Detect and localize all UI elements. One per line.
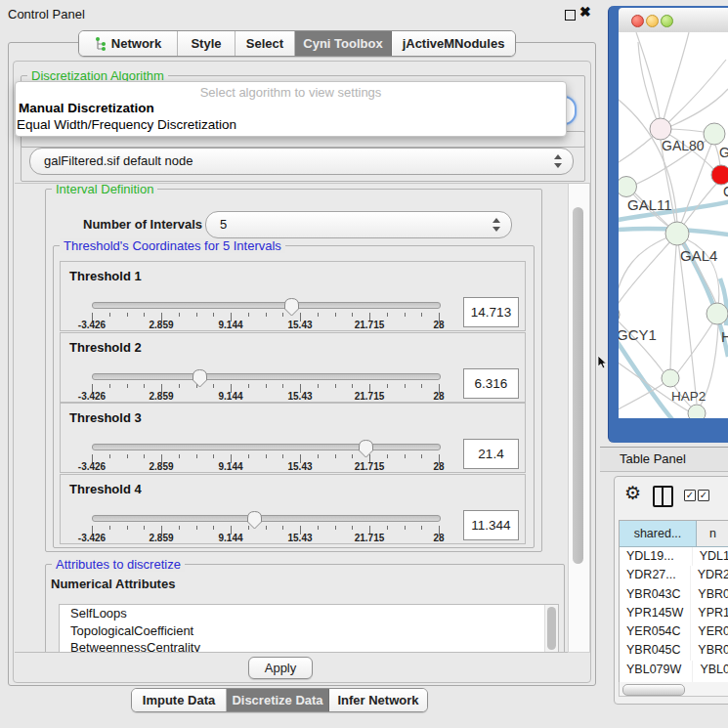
float-window-icon[interactable] bbox=[565, 10, 576, 21]
list-item[interactable]: SelfLoops bbox=[60, 605, 558, 622]
network-edge[interactable] bbox=[669, 89, 728, 127]
apply-button[interactable]: Apply bbox=[248, 657, 313, 679]
table-data-combobox[interactable]: galFiltered.sif default node bbox=[29, 148, 574, 175]
tab-network[interactable]: Network bbox=[79, 31, 178, 56]
slider-track[interactable] bbox=[92, 302, 441, 309]
table-cell-name[interactable]: YDR2 bbox=[691, 566, 728, 584]
checkbox-icon[interactable]: ✓ bbox=[698, 490, 709, 501]
slider-tick-mark bbox=[266, 313, 267, 317]
minimize-traffic-light[interactable] bbox=[646, 15, 659, 27]
slider-tick-mark bbox=[127, 384, 128, 388]
slider-track[interactable] bbox=[92, 515, 441, 522]
network-node[interactable] bbox=[619, 177, 637, 197]
threshold-value-field[interactable]: 6.316 bbox=[463, 368, 519, 399]
tab-select[interactable]: Select bbox=[236, 31, 295, 56]
network-edge[interactable] bbox=[638, 42, 661, 129]
network-edge[interactable] bbox=[677, 316, 717, 373]
gear-icon[interactable]: ⚙ bbox=[624, 484, 641, 502]
tab-infer-network[interactable]: Infer Network bbox=[329, 689, 427, 711]
slider-tick-label: -3.426 bbox=[78, 391, 106, 402]
table-row[interactable]: YDL19...YDL1 bbox=[620, 547, 728, 566]
tab-style[interactable]: Style bbox=[178, 31, 236, 56]
table-cell-shared-name[interactable]: YBR043C bbox=[620, 585, 691, 604]
network-edge[interactable] bbox=[636, 32, 660, 118]
network-node[interactable] bbox=[665, 222, 689, 245]
table-cell-shared-name[interactable]: YBL079W bbox=[620, 661, 693, 679]
table-cell-name[interactable]: YBL0 bbox=[693, 661, 728, 679]
slider-handle[interactable] bbox=[283, 297, 300, 317]
table-cell-shared-name[interactable]: YER054C bbox=[620, 622, 691, 641]
network-edge[interactable] bbox=[619, 316, 664, 372]
table-cell-shared-name[interactable]: YDR27... bbox=[620, 566, 691, 584]
dropdown-option-equal-width-frequency[interactable]: Equal Width/Frequency Discretization bbox=[17, 117, 236, 132]
slider-handle[interactable] bbox=[358, 439, 374, 458]
network-node-label: H bbox=[721, 328, 728, 345]
list-item[interactable]: BetweennessCentrality bbox=[60, 639, 558, 653]
settings-vertical-scrollbar[interactable] bbox=[568, 183, 590, 653]
threshold-value-field[interactable]: 21.4 bbox=[463, 439, 519, 469]
network-node[interactable] bbox=[707, 303, 728, 324]
network-canvas[interactable]: GAL80GACGAL11GAL4GCY1HHAP2 bbox=[619, 32, 728, 418]
threshold-value-field[interactable]: 11.344 bbox=[463, 510, 519, 540]
dropdown-option-manual-discretization[interactable]: Manual Discretization bbox=[19, 101, 154, 115]
slider-track[interactable] bbox=[92, 444, 441, 450]
table-cell-name[interactable]: YPR1 bbox=[691, 604, 728, 622]
network-node[interactable] bbox=[662, 369, 679, 387]
tab-impute-data[interactable]: Impute Data bbox=[132, 689, 227, 711]
group-title: Threshold's Coordinates for 5 Intervals bbox=[60, 238, 285, 253]
table-horizontal-scrollbar[interactable] bbox=[619, 682, 728, 697]
slider-tick-mark bbox=[318, 454, 319, 458]
network-edge[interactable] bbox=[670, 234, 677, 369]
column-layout-icon[interactable] bbox=[653, 486, 673, 507]
table-cell-shared-name[interactable]: YBR045C bbox=[620, 641, 691, 660]
tab-discretize-data[interactable]: Discretize Data bbox=[227, 689, 329, 711]
slider-tick-label: 21.715 bbox=[355, 461, 385, 472]
threshold-value-field[interactable]: 14.713 bbox=[463, 297, 519, 327]
list-item[interactable]: TopologicalCoefficient bbox=[60, 622, 558, 640]
network-edge[interactable] bbox=[664, 32, 689, 120]
network-edge[interactable] bbox=[619, 234, 677, 312]
network-node[interactable] bbox=[704, 123, 725, 145]
network-edge[interactable] bbox=[661, 140, 677, 234]
number-of-intervals-combobox[interactable]: 5 bbox=[205, 211, 512, 238]
zoom-traffic-light[interactable] bbox=[661, 15, 673, 27]
threshold-row: Threshold 2-3.4262.8599.14415.4321.71528… bbox=[60, 332, 526, 403]
table-cell-name[interactable]: YBR0 bbox=[691, 585, 728, 604]
tab-cyni-toolbox[interactable]: Cyni Toolbox bbox=[295, 31, 392, 56]
table-row[interactable]: YER054CYER0 bbox=[620, 622, 728, 641]
checkbox-icon[interactable]: ✓ bbox=[684, 490, 696, 501]
table-cell-name[interactable]: YDL1 bbox=[693, 547, 728, 566]
table-row[interactable]: YBR045CYBR0 bbox=[620, 641, 728, 660]
scrollbar-thumb[interactable] bbox=[622, 684, 685, 696]
close-icon[interactable]: ✖ bbox=[579, 4, 591, 20]
table-cell-name[interactable]: YER0 bbox=[691, 622, 728, 641]
table-cell-shared-name[interactable]: YPR145W bbox=[620, 604, 691, 622]
network-edge[interactable] bbox=[619, 237, 667, 314]
slider-handle[interactable] bbox=[192, 368, 208, 388]
table-row[interactable]: YPR145WYPR1 bbox=[620, 604, 728, 622]
number-of-intervals-label: Number of Intervals bbox=[83, 217, 202, 232]
column-header-name[interactable]: n bbox=[697, 521, 728, 546]
close-traffic-light[interactable] bbox=[631, 15, 644, 27]
network-window-titlebar[interactable] bbox=[619, 8, 728, 33]
table-cell-shared-name[interactable]: YDL19... bbox=[620, 547, 693, 566]
network-node[interactable] bbox=[711, 165, 728, 185]
column-header-shared[interactable]: shared... bbox=[620, 521, 697, 546]
network-node-label: GA bbox=[719, 145, 728, 160]
slider-track[interactable] bbox=[92, 373, 441, 380]
scrollbar-thumb[interactable] bbox=[573, 207, 583, 564]
table-row[interactable]: YBL079WYBL0 bbox=[620, 661, 728, 679]
network-node[interactable] bbox=[650, 118, 671, 140]
table-row[interactable]: YDR27...YDR2 bbox=[620, 566, 728, 584]
slider-handle[interactable] bbox=[246, 510, 263, 530]
network-edge[interactable] bbox=[677, 140, 713, 234]
tab-jactivemnodules[interactable]: jActiveMNodules bbox=[392, 31, 515, 56]
network-node[interactable] bbox=[688, 405, 706, 418]
table-row[interactable]: YBR043CYBR0 bbox=[620, 585, 728, 604]
table-cell-name[interactable]: YBR0 bbox=[691, 641, 728, 660]
tab-label: jActiveMNodules bbox=[403, 36, 505, 51]
network-icon bbox=[95, 37, 107, 51]
attributes-list-scrollbar[interactable] bbox=[544, 605, 558, 653]
settings-scroll-viewport: Interval Definition Number of Intervals … bbox=[15, 183, 568, 653]
slider-tick-mark bbox=[248, 313, 249, 317]
